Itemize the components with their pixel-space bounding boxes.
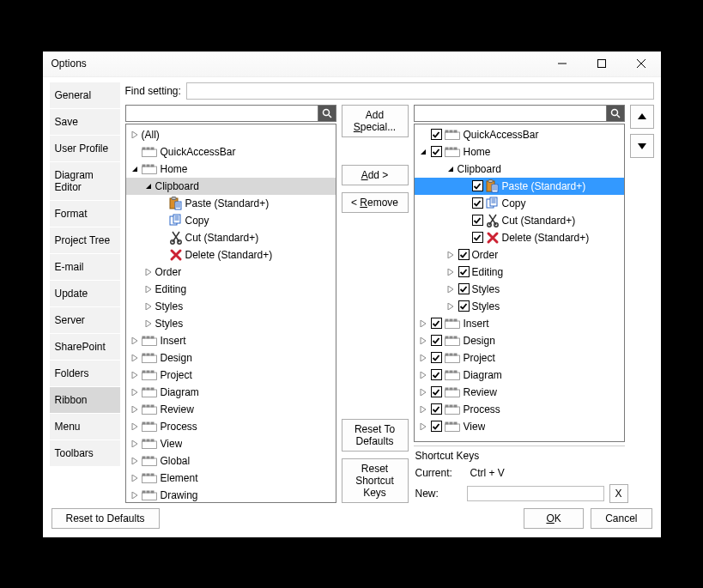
tree-node[interactable]: Project bbox=[415, 349, 624, 367]
reset-defaults-button[interactable]: Reset To Defaults bbox=[342, 419, 409, 452]
visibility-checkbox[interactable] bbox=[431, 352, 442, 363]
tree-node[interactable]: Paste (Standard+) bbox=[126, 195, 336, 212]
category-toolbars[interactable]: Toolbars bbox=[50, 440, 120, 467]
tree-node[interactable]: Process bbox=[126, 418, 336, 435]
chevron-down-icon[interactable] bbox=[130, 166, 140, 173]
move-up-button[interactable] bbox=[630, 105, 654, 129]
tree-node[interactable]: Styles bbox=[415, 281, 624, 298]
visibility-checkbox[interactable] bbox=[431, 421, 442, 432]
tree-node[interactable]: Design bbox=[415, 332, 624, 349]
tree-node[interactable]: Copy bbox=[126, 212, 336, 229]
category-format[interactable]: Format bbox=[50, 201, 120, 227]
move-down-button[interactable] bbox=[630, 134, 654, 158]
chevron-down-icon[interactable] bbox=[445, 166, 456, 173]
chevron-right-icon[interactable] bbox=[445, 303, 456, 310]
tree-node[interactable]: Insert bbox=[415, 315, 624, 332]
visibility-checkbox[interactable] bbox=[431, 318, 442, 329]
tree-node[interactable]: Home bbox=[415, 143, 624, 161]
chevron-right-icon[interactable] bbox=[143, 320, 154, 327]
visibility-checkbox[interactable] bbox=[458, 249, 470, 260]
tree-node[interactable]: Editing bbox=[415, 264, 624, 281]
tree-node[interactable]: Delete (Standard+) bbox=[126, 246, 336, 264]
category-menu[interactable]: Menu bbox=[50, 414, 120, 440]
tree-node[interactable]: (All) bbox=[126, 126, 336, 143]
tree-node[interactable]: View bbox=[415, 418, 624, 435]
available-search-input[interactable] bbox=[125, 105, 318, 122]
visibility-checkbox[interactable] bbox=[458, 283, 470, 294]
visibility-checkbox[interactable] bbox=[472, 180, 483, 191]
chevron-right-icon[interactable] bbox=[418, 389, 428, 396]
chevron-right-icon[interactable] bbox=[130, 492, 140, 499]
add-special-button[interactable]: Add Special... bbox=[342, 105, 409, 137]
chevron-right-icon[interactable] bbox=[130, 131, 140, 138]
tree-node[interactable]: Review bbox=[415, 384, 624, 401]
chevron-right-icon[interactable] bbox=[143, 286, 154, 293]
remove-button[interactable]: < Remove bbox=[342, 192, 409, 213]
available-search-button[interactable] bbox=[318, 105, 336, 122]
chevron-right-icon[interactable] bbox=[130, 423, 140, 430]
tree-node[interactable]: Styles bbox=[415, 298, 624, 315]
chevron-right-icon[interactable] bbox=[418, 406, 428, 413]
tree-node[interactable]: Project bbox=[126, 367, 336, 384]
chevron-right-icon[interactable] bbox=[143, 303, 154, 310]
chevron-right-icon[interactable] bbox=[130, 475, 140, 482]
tree-node[interactable]: Process bbox=[415, 401, 624, 418]
tree-node[interactable]: Editing bbox=[126, 281, 336, 298]
tree-node[interactable]: Paste (Standard+) bbox=[415, 178, 624, 195]
tree-node[interactable]: Styles bbox=[126, 298, 336, 315]
visibility-checkbox[interactable] bbox=[431, 146, 442, 157]
tree-node[interactable]: Styles bbox=[126, 315, 336, 332]
visibility-checkbox[interactable] bbox=[472, 197, 483, 209]
category-project-tree[interactable]: Project Tree bbox=[50, 227, 120, 254]
chevron-right-icon[interactable] bbox=[130, 355, 140, 361]
tree-node[interactable]: Cut (Standard+) bbox=[126, 229, 336, 246]
tree-node[interactable]: Drawing bbox=[126, 487, 336, 503]
find-input[interactable] bbox=[186, 82, 654, 100]
chevron-right-icon[interactable] bbox=[130, 406, 140, 413]
tree-node[interactable]: Global bbox=[126, 452, 336, 470]
add-button[interactable]: Add > bbox=[342, 165, 409, 185]
category-sharepoint[interactable]: SharePoint bbox=[50, 334, 120, 361]
chevron-right-icon[interactable] bbox=[130, 389, 140, 396]
tree-node[interactable]: View bbox=[126, 435, 336, 452]
new-shortcut-input[interactable] bbox=[467, 486, 604, 501]
category-general[interactable]: General bbox=[50, 82, 120, 109]
chevron-right-icon[interactable] bbox=[130, 372, 140, 379]
chevron-right-icon[interactable] bbox=[130, 440, 140, 447]
chevron-right-icon[interactable] bbox=[418, 355, 428, 361]
tree-node[interactable]: Element bbox=[126, 470, 336, 487]
visibility-checkbox[interactable] bbox=[431, 403, 442, 415]
visibility-checkbox[interactable] bbox=[458, 266, 470, 277]
tree-node[interactable]: Design bbox=[126, 349, 336, 367]
chevron-right-icon[interactable] bbox=[418, 320, 428, 327]
visibility-checkbox[interactable] bbox=[431, 369, 442, 380]
visibility-checkbox[interactable] bbox=[431, 386, 442, 397]
visibility-checkbox[interactable] bbox=[472, 232, 483, 243]
category-user-profile[interactable]: User Profile bbox=[50, 136, 120, 162]
chevron-right-icon[interactable] bbox=[418, 337, 428, 344]
chevron-down-icon[interactable] bbox=[418, 149, 428, 155]
category-update[interactable]: Update bbox=[50, 281, 120, 307]
chevron-right-icon[interactable] bbox=[445, 252, 456, 258]
category-e-mail[interactable]: E-mail bbox=[50, 254, 120, 281]
chevron-right-icon[interactable] bbox=[130, 337, 140, 344]
maximize-button[interactable] bbox=[582, 51, 621, 76]
current-search-input[interactable] bbox=[414, 105, 606, 122]
visibility-checkbox[interactable] bbox=[458, 300, 470, 312]
visibility-checkbox[interactable] bbox=[431, 335, 442, 346]
cancel-button[interactable]: Cancel bbox=[591, 508, 651, 529]
tree-node[interactable]: Clipboard bbox=[126, 178, 336, 195]
tree-node[interactable]: Clipboard bbox=[415, 161, 624, 178]
tree-node[interactable]: Order bbox=[126, 264, 336, 281]
reset-all-button[interactable]: Reset to Defaults bbox=[52, 508, 160, 529]
current-search-button[interactable] bbox=[606, 105, 625, 122]
chevron-right-icon[interactable] bbox=[130, 458, 140, 464]
chevron-right-icon[interactable] bbox=[418, 372, 428, 379]
available-tree[interactable]: (All)QuickAccessBarHomeClipboardPaste (S… bbox=[125, 124, 336, 503]
tree-node[interactable]: Delete (Standard+) bbox=[415, 229, 624, 246]
ok-button[interactable]: OK bbox=[524, 508, 584, 529]
chevron-right-icon[interactable] bbox=[418, 423, 428, 430]
visibility-checkbox[interactable] bbox=[472, 215, 483, 226]
tree-node[interactable]: QuickAccessBar bbox=[415, 126, 624, 143]
chevron-down-icon[interactable] bbox=[143, 183, 154, 190]
